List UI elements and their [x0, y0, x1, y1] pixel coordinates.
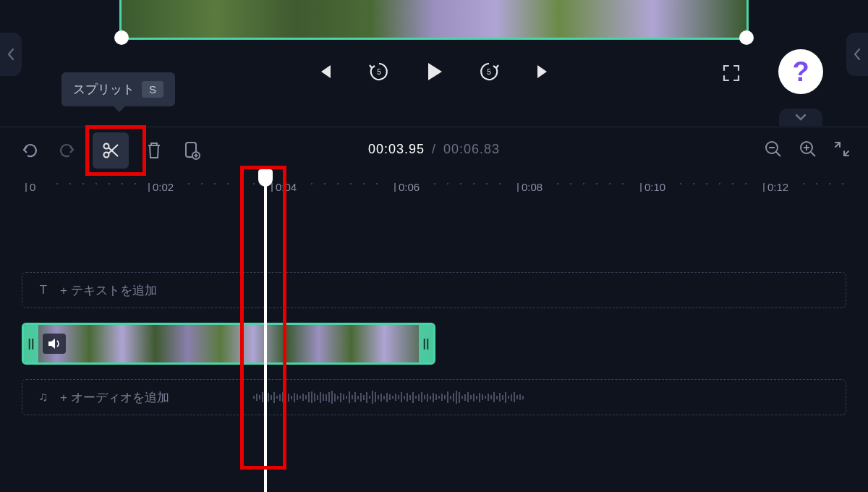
split-button[interactable] [93, 132, 129, 169]
clip-handle-left[interactable]: || [24, 325, 38, 362]
play-button[interactable] [419, 56, 449, 87]
ruler-tick-label: 0:08 [522, 181, 542, 193]
preview-handle-left[interactable] [114, 30, 129, 45]
zoom-out-button[interactable] [764, 140, 783, 161]
music-icon: ♫ [35, 390, 51, 404]
audio-track-row: ♫ + オーディオを追加 [22, 379, 846, 415]
add-text-label: + テキストを追加 [60, 282, 157, 299]
tooltip-label: スプリット [73, 81, 135, 98]
forward-5-icon: 5 [478, 61, 500, 82]
svg-point-3 [104, 153, 109, 158]
play-icon [422, 59, 446, 84]
redo-icon [58, 141, 77, 160]
preview-handle-right[interactable] [739, 30, 754, 45]
rewind-5-icon: 5 [368, 61, 390, 82]
fit-button[interactable] [833, 140, 851, 161]
waveform [253, 390, 839, 404]
help-icon: ? [792, 56, 809, 88]
duplicate-button[interactable] [179, 138, 204, 163]
right-panel-toggle[interactable] [846, 33, 868, 76]
redo-button[interactable] [55, 138, 80, 163]
video-clip[interactable]: || || [22, 323, 435, 365]
fullscreen-button[interactable] [719, 61, 744, 85]
delete-button[interactable] [142, 138, 166, 163]
chevron-left-icon [853, 47, 861, 62]
ruler-tick-label: 0 [30, 181, 35, 193]
ruler-tick-label: 0:06 [399, 181, 420, 193]
scissors-icon [101, 140, 121, 161]
undo-icon [20, 141, 39, 160]
undo-button[interactable] [17, 138, 42, 163]
text-track-row: T + テキストを追加 [22, 272, 846, 308]
chevron-left-icon [7, 47, 15, 62]
video-track-row: || || [22, 323, 846, 365]
preview-clip[interactable] [119, 0, 749, 40]
trash-icon [145, 141, 163, 160]
collapse-toggle[interactable] [779, 109, 822, 126]
ruler-tick-label: 0:10 [644, 181, 665, 193]
skip-forward-icon [535, 62, 553, 81]
svg-point-2 [104, 144, 109, 149]
left-panel-toggle[interactable] [0, 33, 22, 76]
tracks-area: T + テキストを追加 || || ♫ + オーディオを追加 [0, 272, 868, 492]
split-tooltip: スプリット S [61, 72, 175, 106]
timeline-panel: 00:03.95 / 00:06.83 0 0:02 0:04 0:06 0:0… [0, 127, 868, 492]
chevron-down-icon [794, 113, 807, 122]
time-duration: 00:06.83 [443, 142, 500, 156]
playhead[interactable] [264, 172, 267, 492]
ruler-tick-label: 0:04 [276, 181, 297, 193]
forward-5-button[interactable]: 5 [474, 56, 504, 87]
text-icon: T [35, 283, 51, 297]
ruler-tick-label: 0:12 [767, 181, 788, 193]
add-audio-track[interactable]: ♫ + オーディオを追加 [22, 379, 846, 415]
svg-text:5: 5 [377, 68, 381, 76]
rewind-5-button[interactable]: 5 [364, 56, 394, 87]
ruler-tick-label: 0:02 [153, 181, 174, 193]
zoom-in-button[interactable] [799, 140, 817, 161]
time-current: 00:03.95 [368, 142, 425, 156]
time-sep: / [432, 142, 436, 156]
add-text-track[interactable]: T + テキストを追加 [22, 272, 846, 308]
fit-screen-icon [833, 140, 851, 158]
playhead-handle[interactable] [258, 169, 273, 187]
timecode: 00:03.95 / 00:06.83 [368, 142, 500, 157]
skip-back-icon [315, 62, 333, 81]
skip-forward-button[interactable] [529, 56, 559, 87]
fullscreen-icon [722, 64, 741, 82]
timeline-toolbar: 00:03.95 / 00:06.83 [0, 127, 868, 174]
volume-icon [48, 338, 61, 349]
time-ruler[interactable]: 0 0:02 0:04 0:06 0:08 0:10 0:12 [0, 181, 868, 207]
zoom-out-icon [764, 140, 783, 158]
clip-handle-right[interactable]: || [419, 325, 433, 362]
clip-volume-button[interactable] [43, 334, 66, 354]
help-button[interactable]: ? [778, 49, 823, 94]
transport-controls: 5 5 [309, 56, 559, 87]
tooltip-shortcut: S [142, 81, 163, 98]
zoom-in-icon [799, 140, 817, 158]
svg-text:5: 5 [487, 68, 491, 76]
skip-back-button[interactable] [309, 56, 339, 87]
duplicate-icon [182, 140, 201, 161]
add-audio-label: + オーディオを追加 [60, 389, 169, 406]
